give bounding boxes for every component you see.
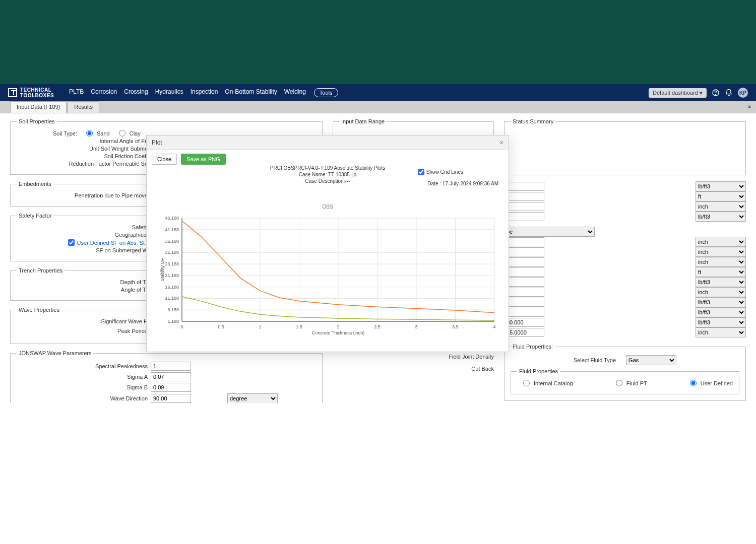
nav-pltb[interactable]: PLTB bbox=[69, 88, 84, 97]
ru2-4[interactable] bbox=[504, 278, 544, 287]
soil-type-label: Soil Type: bbox=[17, 130, 77, 137]
ru-2[interactable] bbox=[504, 202, 544, 211]
fluid-opt2[interactable]: Fluid PT bbox=[616, 380, 647, 386]
nav-corrosion[interactable]: Corrosion bbox=[91, 88, 117, 97]
app-header: TECHNICAL TOOLBOXES PLTB Corrosion Cross… bbox=[0, 84, 756, 101]
sigma-b[interactable] bbox=[151, 383, 191, 392]
fluid-opt3[interactable]: User Defined bbox=[690, 380, 733, 386]
ru2-4-unit[interactable]: lb/ft3 bbox=[696, 277, 746, 287]
soil-row-0: Internal Angle of Fri bbox=[17, 138, 148, 144]
wave-legend: Wave Properties bbox=[17, 307, 61, 313]
bell-icon[interactable] bbox=[725, 89, 733, 97]
svg-text:4: 4 bbox=[493, 324, 495, 329]
chart: 1.1886.18811.18816.18821.18826.18831.188… bbox=[157, 211, 499, 342]
fluid-legend: Fluid Properties: bbox=[511, 344, 555, 350]
ru2-1-unit[interactable]: inch bbox=[696, 247, 746, 257]
fj-density-label: Field Joint Density bbox=[449, 354, 494, 360]
sf-chk[interactable] bbox=[68, 239, 75, 246]
svg-text:36.188: 36.188 bbox=[165, 239, 179, 244]
tab-results[interactable]: Results bbox=[68, 101, 99, 113]
svg-text:6.188: 6.188 bbox=[167, 307, 179, 312]
ru2-2[interactable] bbox=[504, 257, 544, 266]
wave-row-0: Significant Wave H bbox=[17, 318, 148, 324]
sf-row-0: Safety bbox=[17, 224, 148, 230]
ru-3-unit[interactable]: lb/ft3 bbox=[696, 212, 746, 222]
fluid-opt1[interactable]: Internal Catalog bbox=[523, 380, 573, 386]
ru2-3-unit[interactable]: ft bbox=[696, 267, 746, 277]
soil-legend: Soil Properties bbox=[17, 118, 57, 124]
plot-modal-title: Plot bbox=[152, 139, 162, 146]
nav-obs[interactable]: On-Bottom Stability bbox=[225, 88, 277, 97]
sf-chk-label: User Defined SF on Abs. St bbox=[77, 240, 145, 246]
ru2-0-unit[interactable]: inch bbox=[696, 237, 746, 247]
svg-text:Stability UF: Stability UF bbox=[160, 258, 165, 282]
tab-input-data[interactable]: Input Data (F109) bbox=[10, 101, 67, 113]
nav-welding[interactable]: Welding bbox=[284, 88, 306, 97]
ru2-0[interactable] bbox=[504, 237, 544, 246]
tools-button[interactable]: Tools bbox=[314, 88, 338, 97]
right-units-block: lb/ft3 ft inch lb/ft3 pe inch inch inch … bbox=[504, 181, 746, 337]
trench-row-1: Angle of Tr bbox=[17, 287, 148, 293]
soil-clay-radio[interactable]: Clay bbox=[119, 130, 141, 137]
ru2-6-unit[interactable]: lb/ft3 bbox=[696, 297, 746, 307]
close-icon[interactable]: × bbox=[499, 139, 503, 147]
help-icon[interactable] bbox=[712, 89, 720, 97]
ru2-7[interactable] bbox=[504, 308, 544, 317]
wave-direction-unit[interactable]: degree bbox=[227, 393, 278, 403]
plot-close-button[interactable]: Close bbox=[152, 154, 177, 165]
ru-0[interactable] bbox=[504, 182, 544, 191]
nav-inspection[interactable]: Inspection bbox=[191, 88, 218, 97]
trench-legend: Trench Properties bbox=[17, 267, 65, 274]
trench-row-0: Depth of Tr bbox=[17, 279, 148, 285]
ru2-5[interactable] bbox=[504, 288, 544, 297]
plot-save-button[interactable]: Save as PNG bbox=[181, 154, 226, 165]
svg-text:1.5: 1.5 bbox=[296, 324, 302, 329]
cutback-unit[interactable]: inch bbox=[696, 327, 746, 337]
fj-density[interactable] bbox=[504, 318, 544, 327]
fj-unit[interactable]: lb/ft3 bbox=[696, 317, 746, 327]
svg-text:1.188: 1.188 bbox=[167, 319, 179, 324]
svg-text:1: 1 bbox=[259, 324, 261, 329]
spectral-peakedness[interactable] bbox=[151, 362, 191, 371]
grid-checkbox[interactable] bbox=[418, 169, 424, 175]
ru-1-unit[interactable]: ft bbox=[696, 191, 746, 201]
svg-text:21.188: 21.188 bbox=[165, 273, 179, 278]
embed-row: Penetration due to Pipe move bbox=[17, 192, 148, 198]
svg-text:16.188: 16.188 bbox=[165, 285, 179, 290]
svg-text:2: 2 bbox=[337, 324, 339, 329]
ru2-6[interactable] bbox=[504, 298, 544, 307]
ru-mid-select[interactable]: pe bbox=[504, 227, 595, 237]
ru2-7-unit[interactable]: lb/ft3 bbox=[696, 307, 746, 317]
svg-text:3.5: 3.5 bbox=[452, 324, 459, 329]
sf-row-sf: SF on Submerged W bbox=[17, 247, 148, 253]
svg-text:0.5: 0.5 bbox=[218, 324, 224, 329]
avatar[interactable]: KP bbox=[738, 88, 748, 98]
fluid-select[interactable]: Gas bbox=[626, 355, 676, 365]
cutback[interactable] bbox=[504, 328, 544, 337]
fluid-properties-inner: Fluid Properties Internal Catalog Fluid … bbox=[511, 368, 739, 394]
wave-direction[interactable] bbox=[151, 394, 191, 403]
ru2-1[interactable] bbox=[504, 247, 544, 256]
fluid-inner-legend: Fluid Properties bbox=[517, 368, 560, 374]
brand-line2: TOOLBOXES bbox=[20, 93, 54, 98]
ru2-2-unit[interactable]: inch bbox=[696, 257, 746, 267]
wave-row-1: Peak Period bbox=[17, 328, 148, 334]
ru-0-unit[interactable]: lb/ft3 bbox=[696, 181, 746, 191]
sf-row-1: Geographical bbox=[17, 232, 148, 238]
ru-1[interactable] bbox=[504, 192, 544, 201]
ru-3[interactable] bbox=[504, 212, 544, 221]
nav-hydraulics[interactable]: Hydraulics bbox=[155, 88, 183, 97]
svg-text:3: 3 bbox=[415, 324, 417, 329]
plot-modal-header[interactable]: Plot × bbox=[147, 135, 509, 150]
grid-toggle[interactable]: Show Grid Lines bbox=[418, 169, 463, 175]
soil-sand-radio[interactable]: Sand bbox=[86, 130, 110, 137]
dashboard-select[interactable]: Default dashboard ▾ bbox=[649, 88, 707, 98]
ru-2-unit[interactable]: inch bbox=[696, 201, 746, 212]
jonswap: JONSWAP Wave Parameters Spectral Peakedn… bbox=[10, 350, 323, 403]
ru2-3[interactable] bbox=[504, 267, 544, 277]
svg-text:0: 0 bbox=[180, 324, 183, 329]
sigma-a[interactable] bbox=[151, 372, 191, 381]
ru2-5-unit[interactable]: inch bbox=[696, 287, 746, 297]
nav-crossing[interactable]: Crossing bbox=[124, 88, 148, 97]
scroll-up-icon[interactable]: ▲ bbox=[747, 103, 752, 109]
